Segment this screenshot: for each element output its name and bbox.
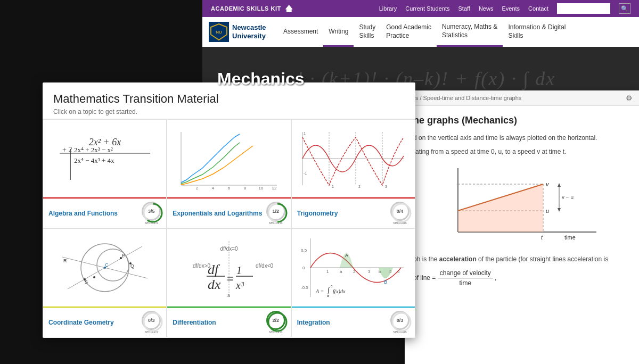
events-link[interactable]: Events [502,5,520,12]
svg-point-61 [144,313,162,331]
svg-text:R: R [63,258,67,263]
svg-text:2x⁴ + 2x³ − x²: 2x⁴ + 2x³ − x² [74,146,113,154]
svg-text:0.5: 0.5 [301,248,307,253]
svg-text:3: 3 [368,269,371,274]
integration-progress-circle: 0/3 [390,311,409,330]
home-icon [285,5,293,12]
trigonometry-footer: Trigonometry 0/4 sections [292,197,415,228]
exponentials-image: 2 4 6 8 10 12 [167,120,290,197]
svg-text:1: 1 [326,269,329,274]
integration-footer: Integration 0/3 sections [292,307,415,337]
svg-text:1: 1 [332,185,334,188]
svg-text:NU: NU [216,30,222,35]
geometry-progress: 0/3 sections [142,311,161,334]
svg-text:A: A [345,253,348,258]
nav-good-academic[interactable]: Good AcademicPractice [381,17,437,47]
integration-progress: 0/3 sections [390,311,409,334]
differentiation-math-svg: df/dx=0 df/dx>0 df/dx<0 df dx = 1 x³ a [176,236,282,300]
formula-denominator: time [457,278,473,288]
topic-card-trigonometry[interactable]: 1 2 3 1 -1 Trigonometry 0/4 section [291,119,415,228]
svg-text:2x⁴ − 4x³ + 4x: 2x⁴ − 4x³ + 4x [74,156,114,164]
svg-text:c: c [331,284,333,288]
svg-text:f(x)dx: f(x)dx [333,288,346,295]
algebra-name: Algebra and Functions [48,210,118,217]
formula-numerator: change of velocity [438,268,493,278]
nav-assessment[interactable]: Assessment [278,17,323,47]
svg-text:2: 2 [358,185,361,188]
site-name-label: ACADEMIC SKILLS KIT [211,5,281,12]
geometry-progress-ring [142,311,164,333]
svg-text:a: a [227,293,230,298]
svg-text:4: 4 [212,186,215,191]
nav-study-skills[interactable]: StudySkills [354,17,381,47]
logo-text: Newcastle University [232,23,266,40]
left-panel-title: Mathematics Transition Material [53,92,405,106]
svg-text:6: 6 [228,186,231,191]
nav-writing[interactable]: Writing [323,17,354,47]
svg-text:v: v [546,181,550,187]
exponentials-name: Exponentials and Logarithms [173,210,262,217]
svg-text:a: a [327,294,329,297]
breadcrumb-bar: ics / Speed-time and Distance-time graph… [405,90,639,106]
panel-title: ne graphs (Mechanics) [413,113,630,128]
geometry-footer: Coordinate Geometry 0/3 sections [43,307,166,337]
search-button[interactable]: 🔍 [619,3,630,14]
topic-card-algebra[interactable]: 2x² + 6x + 2 2x⁴ + 2x³ − x² 2x⁴ − 4x³ + … [43,119,167,228]
algebra-math-svg: 2x² + 6x + 2 2x⁴ + 2x³ − x² 2x⁴ − 4x³ + … [52,127,158,191]
differentiation-progress-ring [266,311,289,333]
svg-text:u: u [546,208,549,214]
hero-title: Mechanics [217,69,305,89]
main-nav: NU Newcastle University Assessment Writi… [202,17,639,47]
topic-card-integration[interactable]: 0 0.5 -0.5 1 a 2 3 b 5 6 [291,228,415,337]
current-students-link[interactable]: Current Students [405,5,449,12]
trigonometry-progress-ring [390,202,413,224]
logo-area[interactable]: NU Newcastle University [209,22,278,42]
integration-progress-ring [390,311,413,333]
differentiation-progress-circle: 2/2 [266,311,285,330]
panel-formula: of line = change of velocity time , [413,268,630,288]
staff-link[interactable]: Staff [458,5,470,12]
contact-link[interactable]: Contact [528,5,548,12]
svg-text:df/dx<0: df/dx<0 [256,263,274,269]
breadcrumb-text: ics / Speed-time and Distance-time graph… [411,95,521,101]
svg-marker-15 [558,183,561,187]
differentiation-footer: Differentiation 2/2 sections [167,307,290,337]
nav-numeracy[interactable]: Numeracy, Maths &Statistics [437,17,503,47]
panel-text-2: rating from a speed at time 0, u, to a s… [413,147,630,156]
svg-text:10: 10 [259,186,264,191]
utility-bar-left: ACADEMIC SKILLS KIT [211,5,379,12]
topic-card-exponentials[interactable]: 2 4 6 8 10 12 Exponentials and Logarithm… [167,119,291,228]
geometry-image: R C P S Q [43,229,166,307]
trigonometry-image: 1 2 3 1 -1 [292,120,415,197]
speed-time-graph: v u t time v − u [437,163,607,248]
nav-digital-skills[interactable]: Information & DigitalSkills [503,17,571,47]
news-link[interactable]: News [479,5,494,12]
svg-text:time: time [564,234,576,241]
exponentials-progress: 1/2 sections [266,202,285,225]
library-link[interactable]: Library [379,5,397,12]
svg-point-94 [392,313,411,331]
exponentials-progress-ring [266,202,289,224]
topic-card-differentiation[interactable]: df/dx=0 df/dx>0 df/dx<0 df dx = 1 x³ a [167,228,291,337]
svg-text:dx: dx [208,277,221,292]
differentiation-name: Differentiation [173,319,216,326]
settings-icon[interactable]: ⚙ [626,94,633,102]
geometry-progress-circle: 0/3 [142,311,161,330]
logo-shield-icon: NU [209,22,229,42]
search-input[interactable] [557,3,610,14]
trigonometry-name: Trigonometry [297,210,338,217]
svg-text:C: C [105,262,109,268]
algebra-progress: 3/5 sections [142,202,161,225]
svg-text:x³: x³ [235,279,244,291]
svg-text:S: S [85,279,88,285]
algebra-footer: Algebra and Functions 3/5 sections [43,197,166,228]
svg-text:12: 12 [272,186,277,191]
svg-text:3: 3 [385,185,387,188]
svg-marker-16 [558,208,561,212]
svg-text:P: P [122,253,125,258]
differentiation-image: df/dx=0 df/dx>0 df/dx<0 df dx = 1 x³ a [167,229,290,307]
svg-text:∫: ∫ [327,286,330,294]
trigonometry-progress: 0/4 sections [390,202,409,225]
right-panel: ics / Speed-time and Distance-time graph… [405,90,639,364]
topic-card-geometry[interactable]: R C P S Q Coordinate Geometry 0/3 s [43,228,167,337]
